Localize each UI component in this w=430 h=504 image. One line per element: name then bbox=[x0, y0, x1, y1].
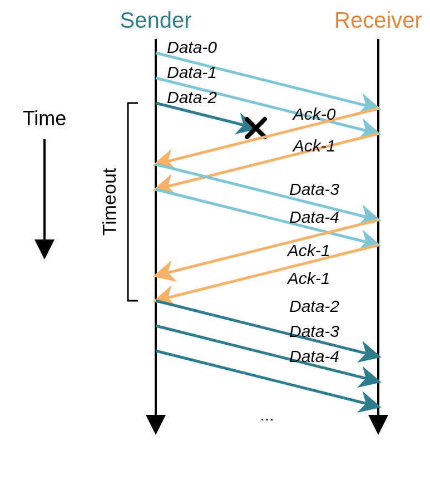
message-label-d0: Data-0 bbox=[167, 38, 217, 56]
message-label-d4: Data-4 bbox=[289, 208, 339, 226]
ellipsis-label: ... bbox=[260, 405, 274, 424]
message-label-a0: Ack-0 bbox=[292, 105, 336, 123]
message-label-d2: Data-2 bbox=[167, 88, 217, 106]
time-label: Time bbox=[23, 107, 67, 130]
message-arrow-d4 bbox=[156, 189, 378, 245]
receiver-header: Receiver bbox=[334, 8, 422, 32]
message-arrow-d3 bbox=[156, 164, 378, 220]
message-arrow-d4r bbox=[156, 351, 378, 407]
timeout-label: Timeout bbox=[98, 168, 120, 236]
timeout-bracket-icon bbox=[128, 103, 138, 301]
packet-lost-icon bbox=[247, 119, 265, 137]
message-label-d3: Data-3 bbox=[289, 180, 339, 198]
message-label-a1: Ack-1 bbox=[292, 136, 336, 155]
sender-header: Sender bbox=[120, 8, 192, 32]
message-label-d1: Data-1 bbox=[167, 63, 217, 81]
message-label-d3r: Data-3 bbox=[289, 322, 339, 340]
message-arrow-a1 bbox=[156, 134, 378, 189]
go-back-n-diagram: SenderReceiverTimeTimeoutData-0Data-1Dat… bbox=[0, 0, 430, 504]
message-arrow-a1c bbox=[156, 245, 378, 301]
message-label-a1b: Ack-1 bbox=[286, 241, 330, 260]
message-arrow-d2 bbox=[156, 103, 256, 128]
message-arrow-a0 bbox=[156, 109, 378, 164]
message-label-d2r: Data-2 bbox=[289, 297, 339, 315]
message-arrow-d2r bbox=[156, 301, 378, 356]
message-label-d4r: Data-4 bbox=[289, 347, 339, 365]
message-arrow-d3r bbox=[156, 326, 378, 381]
message-label-a1c: Ack-1 bbox=[286, 269, 330, 287]
message-arrow-a1b bbox=[156, 220, 378, 276]
